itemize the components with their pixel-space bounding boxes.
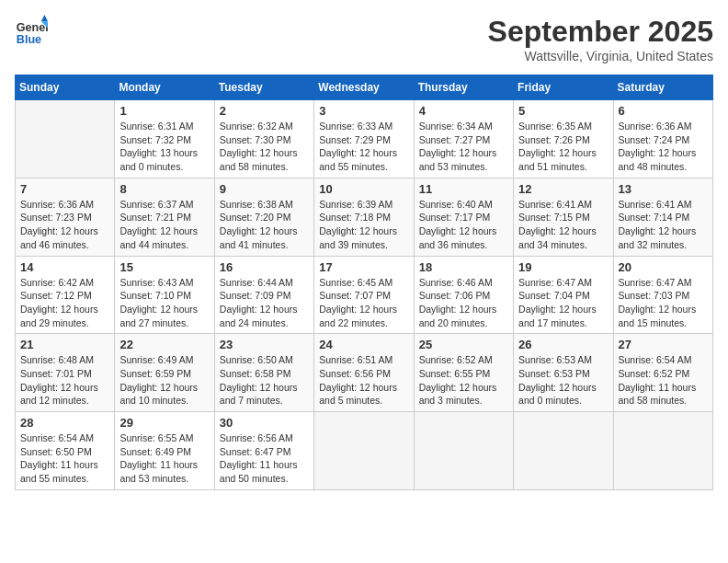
calendar-cell: 13Sunrise: 6:41 AMSunset: 7:14 PMDayligh… — [613, 178, 712, 256]
day-header: Wednesday — [314, 75, 414, 100]
day-number: 10 — [319, 182, 408, 196]
day-info: Sunrise: 6:32 AMSunset: 7:30 PMDaylight:… — [220, 120, 309, 174]
day-header: Thursday — [414, 75, 513, 100]
day-info: Sunrise: 6:40 AMSunset: 7:17 PMDaylight:… — [419, 198, 508, 252]
day-info: Sunrise: 6:33 AMSunset: 7:29 PMDaylight:… — [319, 120, 408, 174]
calendar-table: SundayMondayTuesdayWednesdayThursdayFrid… — [15, 75, 713, 490]
logo: General Blue — [15, 15, 48, 48]
day-info: Sunrise: 6:54 AMSunset: 6:50 PMDaylight:… — [20, 431, 109, 486]
day-info: Sunrise: 6:35 AMSunset: 7:26 PMDaylight:… — [518, 120, 608, 174]
day-number: 22 — [119, 338, 209, 351]
calendar-cell: 10Sunrise: 6:39 AMSunset: 7:18 PMDayligh… — [314, 178, 414, 256]
day-number: 5 — [518, 104, 608, 118]
day-info: Sunrise: 6:45 AMSunset: 7:07 PMDaylight:… — [319, 276, 408, 330]
day-info: Sunrise: 6:47 AMSunset: 7:04 PMDaylight:… — [518, 276, 608, 330]
calendar-cell — [613, 412, 712, 490]
calendar-cell: 20Sunrise: 6:47 AMSunset: 7:03 PMDayligh… — [613, 256, 712, 334]
calendar-cell: 11Sunrise: 6:40 AMSunset: 7:17 PMDayligh… — [414, 178, 513, 256]
day-header: Tuesday — [214, 75, 313, 100]
calendar-cell: 30Sunrise: 6:56 AMSunset: 6:47 PMDayligh… — [214, 412, 313, 490]
day-info: Sunrise: 6:55 AMSunset: 6:49 PMDaylight:… — [119, 431, 209, 486]
day-number: 9 — [220, 182, 309, 196]
day-info: Sunrise: 6:38 AMSunset: 7:20 PMDaylight:… — [220, 198, 309, 252]
day-number: 29 — [119, 416, 209, 430]
day-number: 28 — [20, 416, 109, 430]
day-number: 18 — [419, 260, 508, 274]
day-info: Sunrise: 6:43 AMSunset: 7:10 PMDaylight:… — [119, 276, 209, 330]
calendar-cell: 9Sunrise: 6:38 AMSunset: 7:20 PMDaylight… — [214, 178, 313, 256]
calendar-cell: 16Sunrise: 6:44 AMSunset: 7:09 PMDayligh… — [214, 256, 313, 334]
calendar-cell: 6Sunrise: 6:36 AMSunset: 7:24 PMDaylight… — [613, 100, 712, 178]
day-number: 2 — [220, 104, 309, 118]
calendar-cell: 29Sunrise: 6:55 AMSunset: 6:49 PMDayligh… — [115, 412, 214, 490]
day-number: 26 — [518, 338, 608, 351]
day-number: 11 — [419, 182, 508, 196]
calendar-header-row: SundayMondayTuesdayWednesdayThursdayFrid… — [16, 75, 713, 100]
day-number: 14 — [20, 260, 109, 274]
day-info: Sunrise: 6:34 AMSunset: 7:27 PMDaylight:… — [419, 120, 508, 174]
calendar-cell: 18Sunrise: 6:46 AMSunset: 7:06 PMDayligh… — [414, 256, 513, 334]
day-info: Sunrise: 6:41 AMSunset: 7:14 PMDaylight:… — [619, 198, 708, 252]
day-number: 7 — [20, 182, 109, 196]
location: Wattsville, Virginia, United States — [488, 49, 713, 63]
calendar-cell — [16, 100, 115, 178]
day-info: Sunrise: 6:46 AMSunset: 7:06 PMDaylight:… — [419, 276, 508, 330]
calendar-cell: 14Sunrise: 6:42 AMSunset: 7:12 PMDayligh… — [16, 256, 115, 334]
day-header: Friday — [514, 75, 613, 100]
day-number: 3 — [319, 104, 408, 118]
month-title: September 2025 — [488, 15, 713, 49]
day-info: Sunrise: 6:51 AMSunset: 6:56 PMDaylight:… — [319, 353, 408, 408]
calendar-cell: 24Sunrise: 6:51 AMSunset: 6:56 PMDayligh… — [314, 334, 414, 412]
calendar-cell: 21Sunrise: 6:48 AMSunset: 7:01 PMDayligh… — [16, 334, 115, 412]
calendar-cell: 8Sunrise: 6:37 AMSunset: 7:21 PMDaylight… — [115, 178, 214, 256]
calendar-week-row: 28Sunrise: 6:54 AMSunset: 6:50 PMDayligh… — [16, 412, 713, 490]
day-info: Sunrise: 6:48 AMSunset: 7:01 PMDaylight:… — [20, 353, 109, 408]
day-number: 16 — [220, 260, 309, 274]
title-block: September 2025 Wattsville, Virginia, Uni… — [488, 15, 713, 63]
day-info: Sunrise: 6:36 AMSunset: 7:23 PMDaylight:… — [20, 198, 109, 252]
day-number: 8 — [119, 182, 209, 196]
day-info: Sunrise: 6:47 AMSunset: 7:03 PMDaylight:… — [619, 276, 708, 330]
day-number: 19 — [518, 260, 608, 274]
day-number: 27 — [619, 338, 708, 351]
day-number: 12 — [518, 182, 608, 196]
day-number: 4 — [419, 104, 508, 118]
day-info: Sunrise: 6:39 AMSunset: 7:18 PMDaylight:… — [319, 198, 408, 252]
day-info: Sunrise: 6:44 AMSunset: 7:09 PMDaylight:… — [220, 276, 309, 330]
day-info: Sunrise: 6:54 AMSunset: 6:52 PMDaylight:… — [619, 353, 708, 408]
calendar-cell: 4Sunrise: 6:34 AMSunset: 7:27 PMDaylight… — [414, 100, 513, 178]
day-info: Sunrise: 6:52 AMSunset: 6:55 PMDaylight:… — [419, 353, 508, 408]
calendar-week-row: 1Sunrise: 6:31 AMSunset: 7:32 PMDaylight… — [16, 100, 713, 178]
calendar-cell: 19Sunrise: 6:47 AMSunset: 7:04 PMDayligh… — [514, 256, 613, 334]
calendar-cell — [414, 412, 513, 490]
calendar-cell: 15Sunrise: 6:43 AMSunset: 7:10 PMDayligh… — [115, 256, 214, 334]
calendar-week-row: 21Sunrise: 6:48 AMSunset: 7:01 PMDayligh… — [16, 334, 713, 412]
day-header: Saturday — [613, 75, 712, 100]
day-number: 21 — [20, 338, 109, 351]
logo-icon: General Blue — [15, 15, 48, 48]
day-info: Sunrise: 6:53 AMSunset: 6:53 PMDaylight:… — [518, 353, 608, 408]
day-info: Sunrise: 6:31 AMSunset: 7:32 PMDaylight:… — [119, 120, 209, 174]
svg-text:Blue: Blue — [17, 33, 41, 46]
calendar-week-row: 7Sunrise: 6:36 AMSunset: 7:23 PMDaylight… — [16, 178, 713, 256]
day-number: 6 — [619, 104, 708, 118]
day-number: 13 — [619, 182, 708, 196]
svg-marker-2 — [41, 15, 48, 21]
calendar-cell: 22Sunrise: 6:49 AMSunset: 6:59 PMDayligh… — [115, 334, 214, 412]
calendar-cell: 17Sunrise: 6:45 AMSunset: 7:07 PMDayligh… — [314, 256, 414, 334]
day-number: 15 — [119, 260, 209, 274]
day-number: 23 — [220, 338, 309, 351]
day-number: 1 — [119, 104, 209, 118]
calendar-cell: 12Sunrise: 6:41 AMSunset: 7:15 PMDayligh… — [514, 178, 613, 256]
day-info: Sunrise: 6:50 AMSunset: 6:58 PMDaylight:… — [220, 353, 309, 408]
day-info: Sunrise: 6:42 AMSunset: 7:12 PMDaylight:… — [20, 276, 109, 330]
page-header: General Blue September 2025 Wattsville, … — [15, 15, 713, 63]
calendar-cell: 26Sunrise: 6:53 AMSunset: 6:53 PMDayligh… — [514, 334, 613, 412]
calendar-week-row: 14Sunrise: 6:42 AMSunset: 7:12 PMDayligh… — [16, 256, 713, 334]
day-number: 20 — [619, 260, 708, 274]
calendar-cell: 2Sunrise: 6:32 AMSunset: 7:30 PMDaylight… — [214, 100, 313, 178]
day-number: 24 — [319, 338, 408, 351]
day-header: Sunday — [16, 75, 115, 100]
calendar-cell: 23Sunrise: 6:50 AMSunset: 6:58 PMDayligh… — [214, 334, 313, 412]
calendar-body: 1Sunrise: 6:31 AMSunset: 7:32 PMDaylight… — [16, 100, 713, 490]
